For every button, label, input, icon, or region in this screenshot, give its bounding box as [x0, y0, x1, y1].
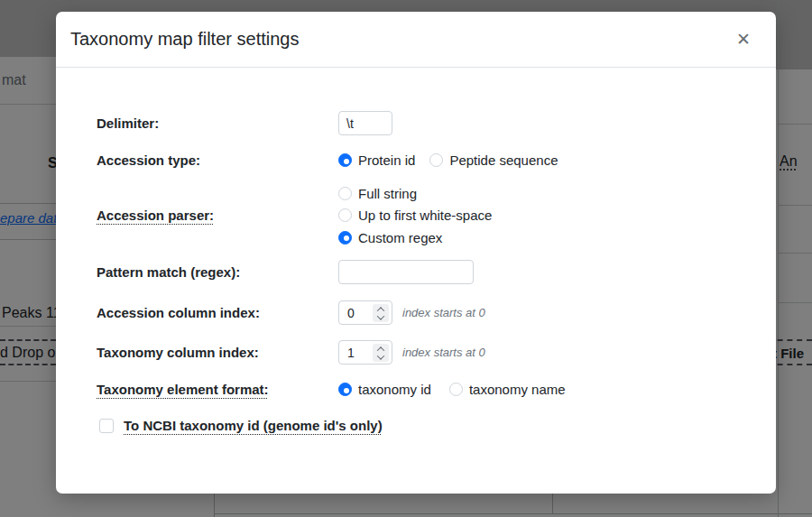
delimiter-row: Delimiter:: [97, 111, 754, 135]
screen: mat S epare dat Peaks 11 d Drop o An t F…: [0, 0, 812, 517]
radio-peptide-sequence[interactable]: Peptide sequence: [429, 152, 558, 168]
dialog-title: Taxonomy map filter settings: [70, 29, 736, 50]
radio-full-string[interactable]: Full string: [338, 182, 754, 204]
accession-column-index-label: Accession column index:: [97, 305, 338, 320]
taxonomy-column-index-label: Taxonomy column index:: [97, 345, 338, 360]
spinner-buttons-icon[interactable]: [373, 344, 389, 362]
radio-label: Protein id: [358, 152, 415, 168]
close-icon[interactable]: ✕: [736, 31, 751, 48]
radio-taxonomy-id[interactable]: taxonomy id: [338, 382, 431, 397]
accession-parser-label: Accession parser:: [97, 208, 338, 223]
taxonomy-column-index-row: Taxonomy column index: 1 index starts at…: [97, 340, 754, 365]
chevron-down-icon: [377, 352, 384, 359]
radio-label: Custom regex: [358, 230, 442, 245]
taxonomy-element-format-label: Taxonomy element format:: [97, 382, 338, 397]
spinner-buttons-icon[interactable]: [373, 304, 389, 322]
pattern-match-label: Pattern match (regex):: [97, 264, 338, 280]
delimiter-label: Delimiter:: [97, 115, 338, 131]
dialog-header: Taxonomy map filter settings ✕: [56, 12, 776, 68]
accession-column-index-row: Accession column index: 0 index starts a…: [97, 300, 754, 325]
ncbi-checkbox-row: To NCBI taxonomy id (genome id's only): [99, 418, 754, 433]
pattern-match-input[interactable]: [338, 260, 474, 284]
radio-unselected-icon: [338, 208, 352, 222]
radio-protein-id[interactable]: Protein id: [338, 152, 415, 168]
dialog-body: Delimiter: Accession type: Protein id Pe…: [56, 68, 776, 433]
accession-parser-row: Accession parser: Full string Up to firs…: [97, 182, 754, 248]
radio-label: Up to first white-space: [358, 208, 492, 223]
radio-label: Peptide sequence: [449, 152, 558, 168]
radio-unselected-icon: [449, 383, 463, 396]
radio-unselected-icon: [338, 187, 352, 200]
delimiter-input[interactable]: [338, 111, 392, 135]
pattern-match-row: Pattern match (regex):: [97, 260, 754, 284]
radio-selected-icon: [338, 231, 352, 245]
radio-selected-icon: [338, 153, 352, 167]
radio-unselected-icon: [429, 153, 443, 167]
radio-label: taxonomy id: [358, 382, 431, 397]
radio-label: Full string: [358, 186, 417, 201]
index-note: index starts at 0: [402, 346, 485, 359]
radio-label: taxonomy name: [469, 382, 566, 397]
ncbi-checkbox-label[interactable]: To NCBI taxonomy id (genome id's only): [124, 418, 383, 433]
accession-type-row: Accession type: Protein id Peptide seque…: [97, 152, 754, 168]
radio-selected-icon: [338, 383, 352, 396]
accession-type-label: Accession type:: [97, 152, 338, 168]
chevron-down-icon: [377, 312, 384, 319]
index-note: index starts at 0: [402, 306, 485, 319]
radio-up-to-first-whitespace[interactable]: Up to first white-space: [338, 205, 754, 226]
stepper-value: 1: [347, 346, 355, 360]
ncbi-checkbox[interactable]: [99, 419, 114, 433]
taxonomy-column-index-stepper[interactable]: 1: [338, 340, 392, 365]
radio-custom-regex[interactable]: Custom regex: [338, 226, 754, 248]
taxonomy-filter-dialog: Taxonomy map filter settings ✕ Delimiter…: [56, 12, 776, 494]
accession-column-index-stepper[interactable]: 0: [338, 300, 392, 325]
stepper-value: 0: [347, 306, 355, 320]
radio-taxonomy-name[interactable]: taxonomy name: [449, 382, 566, 397]
taxonomy-element-format-row: Taxonomy element format: taxonomy id tax…: [97, 382, 754, 397]
